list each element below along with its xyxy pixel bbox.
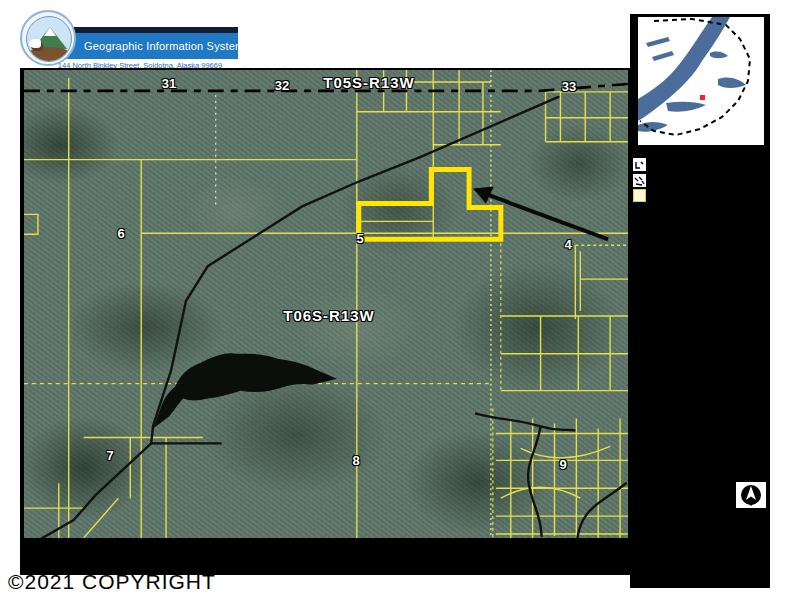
borough-seal-icon: [20, 10, 76, 66]
map-canvas[interactable]: T05S-R13W T06S-R13W 31 32 33 6 5 4 7 8 9: [24, 70, 628, 538]
side-panel: [630, 14, 770, 588]
section-label-6: 6: [117, 226, 124, 241]
seal-eagle: [29, 39, 41, 48]
location-marker-icon: [700, 95, 705, 100]
section-label-9: 9: [559, 457, 566, 472]
section-label-33: 33: [562, 79, 576, 94]
gis-title: Geographic Information Systems: [84, 40, 250, 52]
dashed-lines-layer: [24, 70, 628, 538]
parcel-lines-layer: [24, 70, 628, 538]
seal-peak: [44, 27, 56, 36]
township-label-t05s: T05S-R13W: [323, 74, 415, 91]
kenai-inset-graphic: [638, 17, 764, 145]
seal-ground: [27, 47, 71, 62]
section-label-4: 4: [564, 237, 571, 252]
inset-water: [638, 17, 746, 132]
highlighted-parcel[interactable]: [359, 170, 501, 240]
section-label-7: 7: [106, 448, 113, 463]
copyright-text: ©2021 COPYRIGHT: [8, 570, 216, 594]
gis-map-export-page: { "header": { "title": "Geographic Infor…: [0, 0, 792, 612]
map-frame: T05S-R13W T06S-R13W 31 32 33 6 5 4 7 8 9: [20, 68, 632, 575]
legend-swatch-parcel-lines: [633, 174, 646, 187]
map-layers: [24, 70, 628, 538]
section-label-5: 5: [356, 231, 363, 246]
legend-swatch-highlighted-parcel: [633, 189, 646, 202]
overview-inset-map: [635, 14, 767, 148]
section-label-31: 31: [162, 76, 176, 91]
pointer-arrow-icon: [473, 187, 608, 240]
header-banner: Geographic Information Systems 144 North…: [18, 6, 240, 68]
legend-swatch-section-lines: [633, 158, 646, 171]
township-label-t06s: T06S-R13W: [283, 307, 375, 324]
north-arrow-icon: [736, 482, 766, 508]
seal-sky: [26, 16, 72, 62]
lake: [153, 353, 337, 428]
section-label-32: 32: [275, 78, 289, 93]
borough-boundary-line: [640, 19, 750, 135]
section-label-8: 8: [352, 453, 359, 468]
